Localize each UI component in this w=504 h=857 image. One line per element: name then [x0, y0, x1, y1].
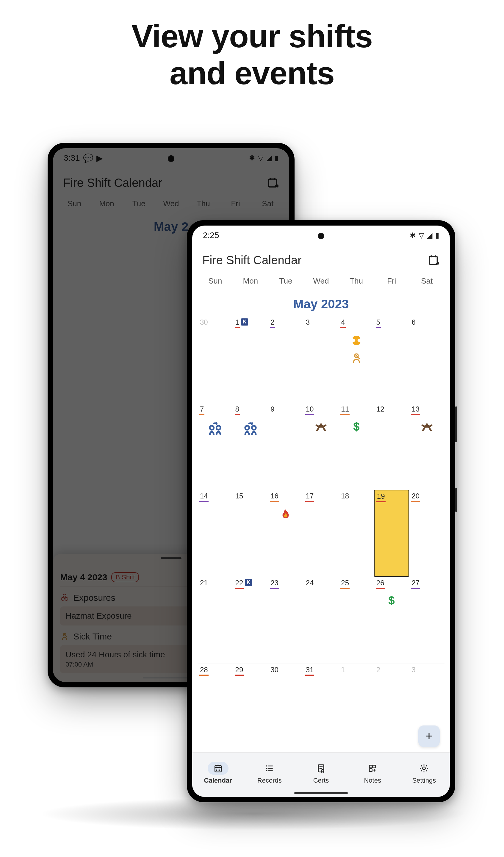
add-event-fab[interactable]: +	[418, 725, 440, 747]
floor-shadow	[39, 797, 467, 830]
calendar-grid: 301K2345678910111213141516171819202122K2…	[192, 316, 450, 752]
calendar-day[interactable]: 30	[198, 316, 233, 403]
nav-notes[interactable]: Notes	[347, 762, 398, 784]
status-time: 2:25	[203, 231, 219, 240]
calendar-day[interactable]: 26	[374, 577, 409, 663]
weekday-label: Thu	[187, 196, 219, 214]
calendar-day[interactable]: 5	[374, 316, 409, 403]
records-icon	[265, 763, 274, 773]
calendar-day[interactable]: 16	[268, 490, 303, 577]
day-number: 10	[305, 404, 315, 415]
nav-records-label: Records	[257, 777, 282, 784]
calendar-day[interactable]: 14	[198, 490, 233, 577]
calendar-day[interactable]: 2	[268, 316, 303, 403]
calendar-day[interactable]: 21	[198, 577, 233, 663]
day-number: 1	[340, 665, 346, 676]
battery-icon: ▮	[435, 231, 439, 239]
weekday-header: SunMonTueWedThuFriSat	[192, 273, 450, 291]
headline-line-1: View your shifts	[0, 18, 504, 55]
day-number: 24	[305, 578, 315, 589]
nav-records[interactable]: Records	[244, 762, 295, 784]
weekday-label: Sun	[58, 196, 90, 214]
export-calendar-icon[interactable]	[428, 254, 440, 266]
day-number: 2	[376, 665, 381, 676]
calendar-day[interactable]: 9	[268, 403, 303, 490]
month-title: May 2023	[192, 291, 450, 316]
wifi-icon: ▽	[258, 154, 263, 162]
calendar-day[interactable]: 4	[339, 316, 374, 403]
day-number: 3	[411, 665, 416, 676]
day-number: 25	[340, 578, 350, 589]
signal-icon: ◢	[266, 154, 272, 162]
day-number: 21	[199, 578, 208, 589]
weekday-label: Thu	[339, 273, 374, 291]
shift-chip: B Shift	[111, 572, 139, 582]
bluetooth-icon: ✱	[249, 154, 255, 162]
calendar-day[interactable]: 23	[268, 577, 303, 663]
chat-bubble-icon: 💬	[83, 153, 94, 163]
plus-icon: +	[425, 729, 433, 743]
nav-certs[interactable]: Certs	[295, 762, 347, 784]
wifi-icon: ▽	[419, 231, 424, 239]
biohazard-icon	[60, 593, 69, 602]
calendar-day[interactable]: 10	[303, 403, 339, 490]
calendar-day[interactable]: 29	[233, 663, 268, 751]
day-number: 20	[411, 491, 420, 502]
calendar-day[interactable]: 27	[409, 577, 444, 663]
nav-settings-label: Settings	[413, 777, 436, 784]
day-number: 6	[411, 318, 416, 328]
day-number: 15	[235, 491, 244, 502]
knot-icon	[315, 421, 327, 434]
nav-calendar[interactable]: Calendar	[192, 762, 244, 784]
calendar-day[interactable]: 24	[303, 577, 339, 663]
calendar-day[interactable]: 15	[233, 490, 268, 577]
calendar-day[interactable]: 17	[303, 490, 339, 577]
fire-icon	[279, 508, 292, 520]
export-calendar-icon[interactable]	[267, 177, 279, 189]
calendar-day[interactable]: 12	[374, 403, 409, 490]
calendar-day[interactable]: 1	[339, 663, 374, 751]
day-number: 14	[199, 491, 208, 502]
calendar-icon	[213, 763, 223, 773]
calendar-day[interactable]: 20	[409, 490, 444, 577]
calendar-day[interactable]: 2	[374, 663, 409, 751]
day-number: 8	[235, 404, 240, 415]
day-number: 2	[270, 318, 275, 328]
weekday-label: Wed	[303, 273, 339, 291]
day-number: 13	[411, 404, 420, 415]
app-header: Fire Shift Calendar	[192, 245, 450, 273]
day-number: 11	[340, 404, 350, 415]
exposures-label: Exposures	[73, 593, 115, 603]
day-number: 26	[376, 578, 385, 589]
calendar-day[interactable]: 22K	[233, 577, 268, 663]
calendar-day[interactable]: 30	[268, 663, 303, 751]
sheet-grabber[interactable]	[161, 557, 182, 559]
play-icon: ▶	[96, 153, 103, 163]
nav-certs-label: Certs	[313, 777, 329, 784]
calendar-day[interactable]: 3	[303, 316, 339, 403]
calendar-day[interactable]: 18	[339, 490, 374, 577]
calendar-day[interactable]: 13	[409, 403, 444, 490]
day-number: 4	[340, 318, 346, 328]
calendar-day[interactable]: 11	[339, 403, 374, 490]
calendar-day[interactable]: 25	[339, 577, 374, 663]
day-number: 18	[340, 491, 350, 502]
calendar-day[interactable]: 8	[233, 403, 268, 490]
kelly-day-badge: K	[245, 579, 252, 586]
sicktime-label: Sick Time	[73, 632, 112, 641]
calendar-day[interactable]: 31	[303, 663, 339, 751]
nav-settings[interactable]: Settings	[398, 762, 450, 784]
calendar-day[interactable]: 28	[198, 663, 233, 751]
calendar-day[interactable]: 1K	[233, 316, 268, 403]
weekday-label: Sun	[198, 273, 233, 291]
trade-icon	[207, 421, 223, 437]
person-sick-icon	[60, 632, 69, 641]
app-header: Fire Shift Calendar	[53, 168, 289, 196]
weekday-label: Wed	[155, 196, 187, 214]
camera-punch-hole	[168, 155, 174, 162]
status-time: 3:31	[64, 153, 80, 163]
calendar-day[interactable]: 19	[374, 490, 409, 577]
calendar-day[interactable]: 7	[198, 403, 233, 490]
calendar-day[interactable]: 6	[409, 316, 444, 403]
weekday-label: Tue	[123, 196, 155, 214]
